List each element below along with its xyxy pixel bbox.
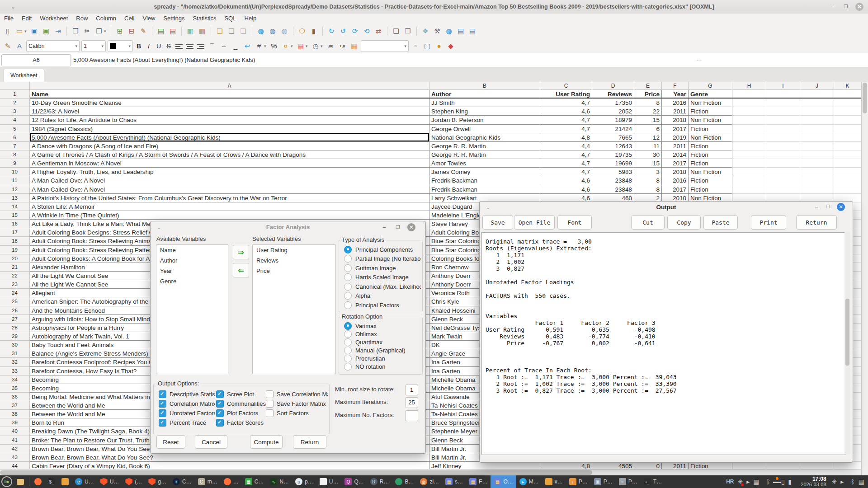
variable-year[interactable]: Year (156, 266, 228, 276)
cell[interactable]: 30 (634, 150, 662, 159)
taskbar-app-files[interactable] (58, 475, 72, 488)
dropdown-arrow-icon[interactable]: ▾ (264, 44, 268, 48)
export-button[interactable]: ⇥ (52, 26, 63, 37)
cell[interactable]: Brown Bear, Brown Bear, What Do You See? (30, 453, 429, 462)
available-variables-list[interactable]: NameAuthorYearGenre (156, 244, 228, 374)
cell[interactable]: User Rating (540, 90, 592, 99)
add-link-button[interactable]: ◍ (255, 26, 266, 37)
cell[interactable]: 22 (634, 107, 662, 116)
cell[interactable] (800, 150, 834, 159)
dropdown-arrow-icon[interactable]: ▾ (306, 44, 310, 48)
vertical-scrollbar[interactable] (861, 82, 868, 475)
cell[interactable]: 15 (634, 159, 662, 168)
variable-price[interactable]: Price (253, 266, 335, 276)
bluetooth-tray-icon[interactable]: ᛒ (766, 475, 770, 488)
cell[interactable] (766, 150, 800, 159)
cell[interactable]: National Geographic Kids (429, 133, 540, 142)
cell[interactable] (732, 142, 766, 150)
cell[interactable]: 19735 (592, 150, 634, 159)
close-button[interactable]: ✕ (855, 3, 863, 11)
radio-partial-image-no-iterations[interactable]: Partial Image (No Iterations) (340, 254, 421, 264)
maximize-button[interactable]: ❐ (842, 3, 850, 11)
cell[interactable]: 2019 (662, 133, 689, 142)
clipboard-button[interactable]: ❒ (402, 26, 413, 37)
bold-button[interactable]: B (134, 41, 144, 52)
cell[interactable] (834, 133, 861, 142)
menu-cell[interactable]: Cell (120, 14, 138, 23)
cell[interactable]: A Man Called Ove: A Novel (30, 185, 429, 194)
output-minimize-button[interactable]: – (812, 203, 821, 211)
taskbar-app-postgresql[interactable]: pp… (292, 475, 316, 488)
cell[interactable]: Non Fiction (689, 168, 732, 176)
col-header-B[interactable]: B (429, 82, 540, 90)
cell[interactable]: 4,4 (540, 142, 592, 150)
clipboard-tray-icon-2[interactable]: ▦ (859, 475, 864, 488)
cell[interactable]: 4,7 (540, 116, 592, 124)
cell[interactable] (800, 99, 834, 107)
cell[interactable]: 1984 (Signet Classics) (30, 125, 429, 133)
cell[interactable]: A Stolen Life: A Memoir (30, 202, 429, 211)
bluetooth-tray-icon-2[interactable]: ᛒ (851, 475, 854, 488)
insert-cell-button[interactable]: ⊞ (114, 26, 125, 37)
row-header-33[interactable]: 33 (0, 367, 30, 375)
cell[interactable]: 2011 (662, 142, 689, 150)
radio-no-rotation[interactable]: NO rotation (340, 362, 421, 371)
open-file-button[interactable]: ▭ (14, 26, 25, 37)
cell[interactable]: Non Fiction (689, 99, 732, 107)
row-header-3[interactable]: 3 (0, 107, 30, 116)
menu-sql[interactable]: SQL (220, 14, 240, 23)
taskbar-app-query-tool[interactable]: QQ… (341, 475, 367, 488)
cell[interactable]: 7665 (592, 133, 634, 142)
taskbar-app-spready-output[interactable]: ▦O… (491, 475, 516, 488)
row-header-28[interactable]: 28 (0, 324, 30, 332)
undo-button[interactable]: ↺ (338, 26, 349, 37)
col-header-A[interactable]: A (30, 82, 429, 90)
cell[interactable] (766, 168, 800, 176)
row-header-10[interactable]: 10 (0, 168, 30, 176)
refresh-button[interactable]: ↻ (326, 26, 337, 37)
variable-author[interactable]: Author (156, 255, 228, 266)
checkbox-percent-trace[interactable]: Percent Trace (159, 418, 206, 427)
field-input-min-root-size-to-rotate[interactable]: 1 (405, 385, 418, 395)
row-header-32[interactable]: 32 (0, 358, 30, 366)
cell[interactable] (766, 142, 800, 150)
row-header-39[interactable]: 39 (0, 418, 30, 427)
row-header-19[interactable]: 19 (0, 246, 30, 254)
cell[interactable]: 4,8 (540, 133, 592, 142)
cell[interactable]: 8 (634, 185, 662, 194)
dialog-minimize-button[interactable]: – (380, 223, 388, 231)
cell[interactable]: 23848 (592, 176, 634, 185)
format-paintbrush-icon[interactable]: ✎ (2, 41, 13, 52)
row-header-26[interactable]: 26 (0, 306, 30, 315)
checkbox-sort-factors[interactable]: Sort Factors (266, 409, 309, 418)
cell[interactable]: A Man Called Ove: A Novel (30, 176, 429, 185)
cell[interactable] (800, 176, 834, 185)
row-header-34[interactable]: 34 (0, 375, 30, 384)
cell[interactable]: Price (634, 90, 662, 99)
cell[interactable] (834, 176, 861, 185)
cell[interactable]: 12 (634, 133, 662, 142)
col-header-H[interactable]: H (732, 82, 766, 90)
cell[interactable]: 2018 (662, 168, 689, 176)
radio-guttman-image[interactable]: Guttman Image (340, 263, 421, 273)
menu-view[interactable]: View (138, 14, 159, 23)
workspace-swirl-icon[interactable]: ✳ (737, 475, 743, 488)
row-header-24[interactable]: 24 (0, 289, 30, 297)
taskbar-app-telegram[interactable]: ▸M… (516, 475, 542, 488)
remove-link-button[interactable]: ◍ (279, 26, 290, 37)
cell[interactable]: 6 (634, 125, 662, 133)
cell[interactable]: Author (429, 90, 540, 99)
reload-button[interactable]: ⟲ (361, 26, 372, 37)
cell[interactable] (732, 133, 766, 142)
col-header-F[interactable]: F (662, 82, 689, 90)
row-header-23[interactable]: 23 (0, 280, 30, 289)
cell[interactable] (800, 107, 834, 116)
row-header-1[interactable]: 1 (0, 90, 30, 99)
show-desktop-button[interactable] (14, 475, 27, 488)
cell[interactable]: 11/22/63: A Novel (30, 107, 429, 116)
cell[interactable]: 2016 (662, 99, 689, 107)
row-header-37[interactable]: 37 (0, 401, 30, 410)
coin-icon[interactable]: ● (434, 41, 444, 52)
align-center-button[interactable] (186, 43, 193, 49)
cell[interactable] (800, 185, 834, 194)
